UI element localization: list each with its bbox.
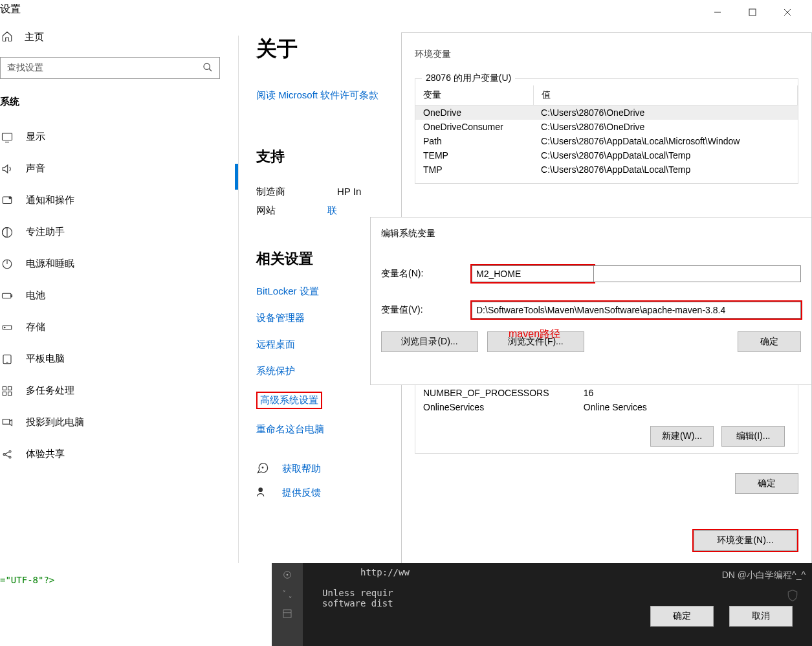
nav-notifications[interactable]: 通知和操作	[0, 184, 239, 216]
maximize-button[interactable]	[738, 3, 767, 22]
edit-button[interactable]: 编辑(I)...	[721, 426, 785, 447]
feedback-label: 提供反馈	[282, 487, 321, 499]
nav-label: 体验共享	[26, 448, 65, 460]
ok-button[interactable]: 确定	[735, 473, 798, 494]
nav-power[interactable]: 电源和睡眠	[0, 248, 239, 280]
edit-system-variable-dialog: 编辑系统变量 变量名(N): 变量值(V): 浏览目录(D)... 浏览文件(F…	[370, 217, 812, 385]
nav-label: 专注助手	[26, 226, 65, 238]
manufacturer-label: 制造商	[256, 186, 285, 198]
nav-sound[interactable]: 声音	[0, 153, 239, 184]
svg-rect-16	[8, 386, 12, 390]
nav-battery[interactable]: 电池	[0, 280, 239, 311]
power-icon	[1, 258, 13, 270]
display-icon	[1, 131, 13, 143]
col-val[interactable]: 值	[533, 85, 797, 106]
nav-label: 声音	[26, 162, 45, 175]
user-vars-label: 28076 的用户变量(U)	[422, 72, 515, 84]
table-row[interactable]: OneDriveC:\Users\28076\OneDrive	[415, 106, 798, 120]
env-var-button[interactable]: 环境变量(N)...	[694, 530, 797, 551]
svg-rect-17	[3, 392, 6, 395]
svg-rect-10	[11, 295, 12, 296]
nav-tablet[interactable]: 平板电脑	[0, 343, 239, 375]
table-row[interactable]: OnlineServicesOnline Services	[415, 400, 798, 414]
nav-label: 显示	[26, 131, 45, 143]
nav-label: 电源和睡眠	[26, 258, 74, 270]
col-var[interactable]: 变量	[415, 85, 533, 106]
svg-rect-19	[3, 419, 10, 424]
target-icon	[282, 570, 292, 580]
close-button[interactable]	[773, 3, 802, 22]
selection-indicator	[235, 164, 238, 190]
table-row[interactable]: OneDriveConsumerC:\Users\28076\OneDrive	[415, 120, 798, 134]
bottom-ok-button[interactable]: 确定	[650, 606, 714, 627]
svg-rect-2	[3, 133, 12, 140]
search-icon	[203, 62, 213, 74]
var-value-label: 变量值(V):	[381, 304, 472, 316]
watermark: DN @小白学编程^_^	[722, 570, 806, 581]
rename-pc-link[interactable]: 重命名这台电脑	[256, 423, 411, 436]
svg-point-21	[9, 451, 11, 452]
svg-rect-33	[283, 610, 291, 618]
user-vars-group: 28076 的用户变量(U) 变量值 OneDriveC:\Users\2807…	[415, 78, 798, 184]
svg-point-29	[262, 467, 263, 468]
shield-icon	[786, 589, 799, 604]
nav-storage[interactable]: 存储	[0, 311, 239, 343]
nav-label: 电池	[26, 289, 45, 302]
svg-line-24	[5, 454, 9, 456]
feedback-icon	[256, 485, 269, 500]
edit-ok-button[interactable]: 确定	[738, 331, 801, 352]
user-vars-table[interactable]: 变量值 OneDriveC:\Users\28076\OneDrive OneD…	[415, 85, 798, 177]
nav-display[interactable]: 显示	[0, 121, 239, 153]
var-name-input-ext[interactable]	[594, 265, 801, 282]
home-nav[interactable]: 主页	[0, 25, 239, 57]
var-name-input[interactable]	[472, 265, 594, 282]
nav-label: 投影到此电脑	[26, 416, 84, 429]
notification-icon	[1, 195, 13, 206]
minimize-button[interactable]	[703, 3, 732, 22]
nav-project[interactable]: 投影到此电脑	[0, 407, 239, 438]
nav-focus[interactable]: 专注助手	[0, 216, 239, 248]
new-button[interactable]: 新建(W)...	[650, 426, 714, 447]
home-icon	[1, 30, 13, 44]
svg-rect-9	[3, 293, 12, 298]
system-nav-list: 显示 声音 通知和操作 专注助手 电源和睡眠 电池 存储 平板电脑 多任务处理 …	[0, 121, 239, 470]
edit-dialog-title: 编辑系统变量	[371, 217, 811, 239]
search-input[interactable]: 查找设置	[0, 57, 220, 79]
tablet-icon	[1, 353, 13, 365]
browse-dir-button[interactable]: 浏览目录(D)...	[381, 331, 478, 352]
search-placeholder: 查找设置	[7, 62, 43, 74]
nav-label: 平板电脑	[26, 353, 65, 365]
layout-icon	[282, 608, 292, 619]
sound-icon	[1, 163, 13, 175]
table-row[interactable]: TMPC:\Users\28076\AppData\Local\Temp	[415, 162, 798, 177]
svg-rect-26	[749, 9, 756, 16]
nav-share[interactable]: 体验共享	[0, 438, 239, 470]
table-row[interactable]: PathC:\Users\28076\AppData\Local\Microso…	[415, 134, 798, 148]
divider	[238, 36, 239, 566]
website-value[interactable]: 联	[327, 205, 337, 217]
svg-point-30	[258, 487, 263, 492]
get-help-link[interactable]: 获取帮助	[256, 462, 411, 476]
bottom-cancel-button[interactable]: 取消	[729, 606, 793, 627]
env-dialog-title: 环境变量	[402, 33, 811, 67]
website-label: 网站	[256, 205, 276, 217]
nav-label: 多任务处理	[26, 384, 74, 397]
project-icon	[1, 417, 13, 429]
table-row[interactable]: NUMBER_OF_PROCESSORS16	[415, 386, 798, 400]
xml-fragment: ="UTF-8"?>	[0, 563, 272, 646]
feedback-link[interactable]: 提供反馈	[256, 485, 411, 500]
table-row[interactable]: TEMPC:\Users\28076\AppData\Local\Temp	[415, 148, 798, 162]
editor-gutter	[272, 563, 303, 646]
maven-path-annotation: maven路径	[509, 328, 560, 341]
svg-line-23	[5, 452, 9, 454]
advanced-system-settings-link[interactable]: 高级系统设置	[260, 394, 318, 407]
about-title: 关于	[256, 35, 411, 63]
var-value-input[interactable]	[472, 302, 801, 318]
nav-multitask[interactable]: 多任务处理	[0, 375, 239, 407]
share-icon	[1, 449, 13, 460]
svg-rect-18	[8, 392, 12, 395]
license-link[interactable]: 阅读 Microsoft 软件许可条款	[256, 89, 411, 102]
home-label: 主页	[25, 31, 44, 43]
section-system: 系统	[0, 96, 239, 108]
svg-point-5	[9, 197, 11, 199]
